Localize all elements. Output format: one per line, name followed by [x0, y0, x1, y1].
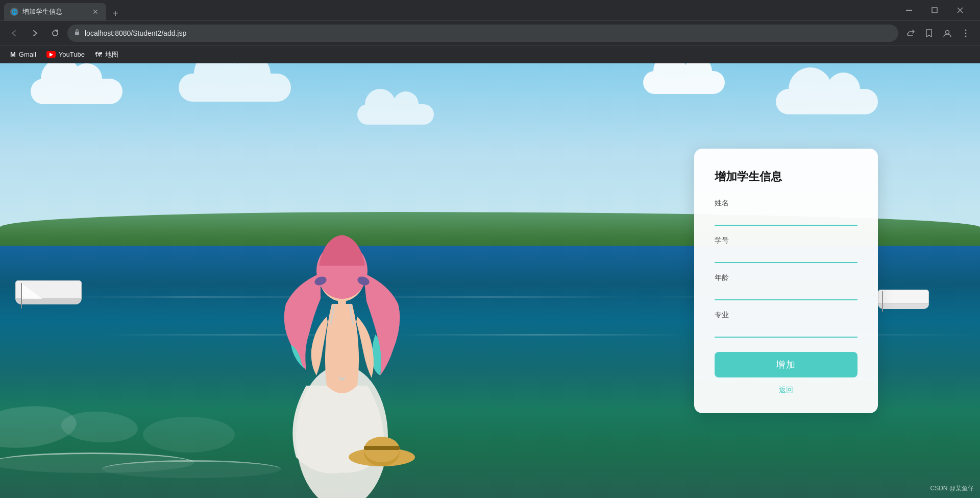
svg-point-5 [946, 30, 949, 34]
bookmark-gmail[interactable]: M Gmail [6, 49, 40, 60]
address-text: localhost:8080/Student2/add.jsp [85, 29, 892, 37]
svg-rect-0 [906, 10, 912, 11]
maximize-button[interactable] [923, 2, 946, 18]
address-bar[interactable]: localhost:8080/Student2/add.jsp [67, 25, 898, 42]
close-button[interactable] [948, 2, 972, 18]
maps-label: 地图 [105, 50, 118, 59]
reload-button[interactable] [47, 25, 63, 41]
tab-title: 增加学生信息 [22, 7, 87, 16]
name-field-group: 姓名 [715, 199, 857, 226]
age-label: 年龄 [715, 273, 857, 282]
cloud-3 [776, 89, 878, 114]
student-id-field-group: 学号 [715, 236, 857, 263]
bookmark-youtube[interactable]: YouTube [42, 49, 89, 60]
profile-button[interactable] [939, 25, 955, 41]
toolbar-actions [902, 25, 974, 41]
svg-rect-4 [75, 32, 79, 35]
tabs-area: 🌐 增加学生信息 ✕ + [4, 0, 897, 20]
form-card: 增加学生信息 姓名 学号 年龄 专业 增加 返回 [694, 149, 878, 413]
minimize-button[interactable] [897, 2, 921, 18]
toolbar: localhost:8080/Student2/add.jsp [0, 20, 980, 45]
browser-window: 🌐 增加学生信息 ✕ + [0, 0, 980, 498]
boat-1 [15, 280, 82, 304]
gmail-label: Gmail [19, 51, 36, 58]
page-content: 增加学生信息 姓名 学号 年龄 专业 增加 返回 CSDN @某鱼仔 [0, 63, 980, 498]
add-button[interactable]: 增加 [715, 352, 857, 377]
svg-point-7 [965, 32, 967, 34]
share-button[interactable] [902, 25, 919, 41]
new-tab-button[interactable]: + [108, 6, 122, 20]
svg-rect-18 [364, 446, 400, 450]
menu-button[interactable] [958, 25, 974, 41]
gmail-icon: M [10, 51, 16, 58]
boat-2 [878, 290, 929, 309]
major-label: 专业 [715, 311, 857, 320]
watermark: CSDN @某鱼仔 [930, 484, 974, 493]
major-input[interactable] [715, 322, 857, 338]
bookmark-maps[interactable]: 🗺 地图 [91, 48, 122, 61]
cloud-1 [31, 79, 122, 104]
active-tab[interactable]: 🌐 增加学生信息 ✕ [4, 3, 106, 20]
cloud-5 [643, 71, 725, 94]
svg-point-6 [965, 29, 967, 31]
anime-character [245, 192, 439, 498]
name-input[interactable] [715, 210, 857, 226]
youtube-icon [46, 51, 56, 58]
bookmarks-bar: M Gmail YouTube 🗺 地图 [0, 45, 980, 63]
title-bar: 🌐 增加学生信息 ✕ + [0, 0, 980, 20]
age-field-group: 年龄 [715, 273, 857, 300]
bookmark-button[interactable] [921, 25, 937, 41]
forward-button[interactable] [27, 25, 43, 41]
cloud-4 [357, 104, 434, 125]
svg-rect-1 [932, 8, 937, 13]
svg-point-8 [965, 35, 967, 37]
tab-close-button[interactable]: ✕ [91, 7, 100, 16]
name-label: 姓名 [715, 199, 857, 208]
window-controls [897, 2, 976, 18]
age-input[interactable] [715, 284, 857, 300]
lock-icon [74, 29, 81, 37]
back-button[interactable] [6, 25, 22, 41]
form-title: 增加学生信息 [715, 169, 857, 184]
youtube-label: YouTube [59, 51, 85, 58]
cloud-2 [179, 74, 291, 102]
student-id-input[interactable] [715, 247, 857, 263]
tab-favicon: 🌐 [10, 8, 18, 16]
back-link[interactable]: 返回 [715, 386, 857, 395]
major-field-group: 专业 [715, 311, 857, 338]
maps-icon: 🗺 [95, 51, 102, 59]
student-id-label: 学号 [715, 236, 857, 245]
